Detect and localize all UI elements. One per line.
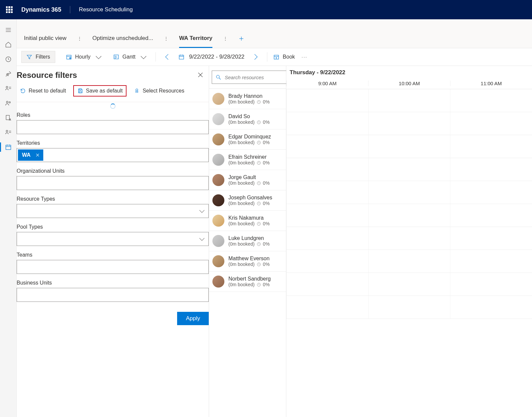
timeline-row[interactable] <box>286 112 532 135</box>
filters-button[interactable]: Filters <box>21 51 55 63</box>
book-button[interactable]: Book <box>273 54 295 60</box>
timeline-row[interactable] <box>286 204 532 227</box>
sidebar-recent-icon[interactable] <box>0 52 17 67</box>
timeline-cell[interactable] <box>286 204 368 227</box>
sidebar-pin-icon[interactable] <box>0 67 17 81</box>
search-input-field[interactable] <box>225 75 288 80</box>
tab-initial-public-view[interactable]: Initial public view <box>24 35 67 48</box>
next-date-button[interactable] <box>248 50 261 64</box>
resource-types-label: Resource Types <box>17 196 209 202</box>
timeline-cell[interactable] <box>450 204 532 227</box>
timeline-cell[interactable] <box>368 273 450 296</box>
timeline-cell[interactable] <box>286 181 368 204</box>
timeline-cell[interactable] <box>450 227 532 250</box>
resource-row[interactable]: Efrain Schreiner (0m booked) 0% <box>209 150 286 170</box>
prev-date-button[interactable] <box>162 50 174 64</box>
apply-button[interactable]: Apply <box>177 312 209 325</box>
date-range-button[interactable]: 9/22/2022 - 9/28/2022 <box>178 54 244 60</box>
tab-bar: Initial public view ⋮ Optimize unschedul… <box>17 19 532 48</box>
reset-to-default-button[interactable]: Reset to default <box>17 85 69 97</box>
timeline-row[interactable] <box>286 296 532 319</box>
timeline-cell[interactable] <box>450 135 532 158</box>
teams-input[interactable] <box>17 260 209 274</box>
view-dropdown[interactable]: Gantt <box>109 51 149 63</box>
timeline-row[interactable] <box>286 181 532 204</box>
timeline-cell[interactable] <box>368 181 450 204</box>
app-launcher-icon[interactable] <box>6 6 13 13</box>
timeline-cell[interactable] <box>450 89 532 112</box>
timeline-cell[interactable] <box>368 158 450 181</box>
timeline-cell[interactable] <box>450 158 532 181</box>
timeline-row[interactable] <box>286 273 532 296</box>
timeline-cell[interactable] <box>286 89 368 112</box>
resource-row[interactable]: David So (0m booked) 0% <box>209 109 286 129</box>
resource-row[interactable]: Kris Nakamura (0m booked) 0% <box>209 211 286 231</box>
resource-row[interactable]: Edgar Dominquez (0m booked) 0% <box>209 129 286 150</box>
pool-types-select[interactable] <box>17 232 209 246</box>
timeline-cell[interactable] <box>450 296 532 318</box>
resource-row[interactable]: Brady Hannon (0m booked) 0% <box>209 89 286 109</box>
timeline-cell[interactable] <box>368 89 450 112</box>
sidebar-home-icon[interactable] <box>0 37 17 52</box>
timeline-cell[interactable] <box>368 204 450 227</box>
resource-row[interactable]: Matthew Everson (0m booked) 0% <box>209 251 286 272</box>
sidebar-menu-icon[interactable] <box>0 23 17 37</box>
timeline-row[interactable] <box>286 227 532 250</box>
search-resources-input[interactable] <box>212 71 292 84</box>
timeline-cell[interactable] <box>286 296 368 318</box>
resource-types-select[interactable] <box>17 204 209 218</box>
org-units-input[interactable] <box>17 176 209 190</box>
sidebar-person-list2-icon[interactable] <box>0 125 17 140</box>
timeline-cell[interactable] <box>286 227 368 250</box>
sidebar-team-icon[interactable] <box>0 96 17 110</box>
resource-list: Brady Hannon (0m booked) 0% David So (0m… <box>209 66 286 417</box>
resource-row[interactable]: Norbert Sandberg (0m booked) 0% <box>209 272 286 292</box>
timeline-cell[interactable] <box>450 181 532 204</box>
timeline-cell[interactable] <box>286 158 368 181</box>
timeline-cell[interactable] <box>286 112 368 135</box>
loading-spinner-icon <box>110 104 116 109</box>
timeline-cell[interactable] <box>450 250 532 273</box>
timeline-cell[interactable] <box>368 250 450 273</box>
timeline-cell[interactable] <box>368 227 450 250</box>
close-filter-panel-button[interactable] <box>197 71 204 80</box>
timeline-cell[interactable] <box>286 273 368 296</box>
resource-meta: (0m booked) 0% <box>228 119 270 125</box>
search-icon <box>215 74 221 80</box>
territory-chip-wa[interactable]: WA <box>18 149 43 161</box>
resource-row[interactable]: Luke Lundgren (0m booked) 0% <box>209 231 286 251</box>
resource-meta: (0m booked) 0% <box>228 262 270 267</box>
timeline-cell[interactable] <box>368 135 450 158</box>
timeline-cell[interactable] <box>368 296 450 318</box>
timeline-cell[interactable] <box>368 112 450 135</box>
timeline-cell[interactable] <box>286 250 368 273</box>
tab-menu-icon[interactable]: ⋮ <box>164 36 168 48</box>
sidebar-person-list-icon[interactable] <box>0 81 17 96</box>
add-tab-button[interactable] <box>238 36 244 48</box>
timeline-cell[interactable] <box>450 273 532 296</box>
sidebar-schedule-icon[interactable] <box>0 140 17 154</box>
tab-menu-icon[interactable]: ⋮ <box>223 36 228 48</box>
main-area: Initial public view ⋮ Optimize unschedul… <box>17 19 532 417</box>
resource-row[interactable]: Joseph Gonsalves (0m booked) 0% <box>209 190 286 211</box>
tab-optimize-unscheduled[interactable]: Optimize unscheduled... <box>93 35 153 48</box>
resource-row[interactable]: Jorge Gault (0m booked) 0% <box>209 170 286 190</box>
tab-menu-icon[interactable]: ⋮ <box>77 36 82 48</box>
timeline-cell[interactable] <box>450 112 532 135</box>
save-as-default-button[interactable]: Save as default <box>73 85 127 97</box>
select-resources-button[interactable]: Select Resources <box>131 85 187 97</box>
remove-chip-icon[interactable] <box>35 153 40 157</box>
timeline-row[interactable] <box>286 158 532 181</box>
roles-input[interactable] <box>17 120 209 134</box>
svg-point-8 <box>9 102 10 103</box>
territories-input[interactable]: WA <box>17 148 209 162</box>
more-commands-button[interactable]: ··· <box>299 54 310 60</box>
sidebar-doc-person-icon[interactable] <box>0 110 17 125</box>
business-units-input[interactable] <box>17 288 209 302</box>
timeline-cell[interactable] <box>286 135 368 158</box>
timeline-row[interactable] <box>286 250 532 273</box>
timeline-row[interactable] <box>286 89 532 112</box>
tab-wa-territory[interactable]: WA Territory <box>179 35 212 48</box>
timeline-row[interactable] <box>286 135 532 158</box>
timescale-dropdown[interactable]: Hourly <box>61 51 105 63</box>
